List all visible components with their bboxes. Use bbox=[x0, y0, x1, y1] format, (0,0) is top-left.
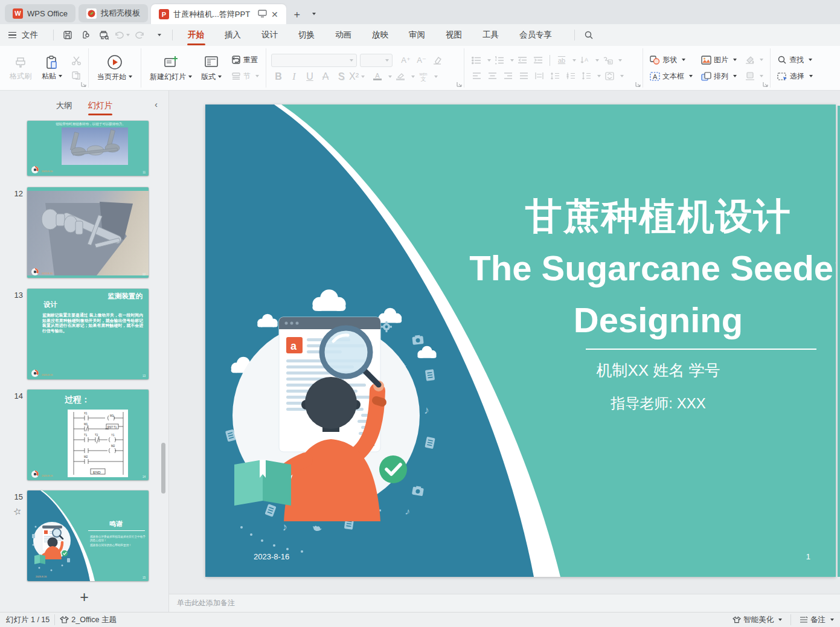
paste-button[interactable]: 粘贴 bbox=[36, 54, 68, 83]
arrange-button[interactable]: 排列 bbox=[699, 69, 739, 83]
thumb11-caption: 链轮带动时用链条转动，以链子可以获得动力。 bbox=[39, 122, 142, 126]
play-from-current-label: 当页开始 bbox=[97, 72, 132, 82]
font-name-select[interactable] bbox=[271, 54, 357, 67]
tab-document-active[interactable]: P 甘蔗种植机...答辩PPT ✕ bbox=[151, 4, 286, 24]
shapes-button[interactable]: 形状 bbox=[648, 53, 694, 66]
customize-toolbar-dropdown-icon[interactable] bbox=[150, 28, 166, 42]
menu-slideshow[interactable]: 放映 bbox=[362, 24, 399, 46]
menu-member[interactable]: 会员专享 bbox=[509, 24, 562, 46]
thumb14-logo-icon bbox=[30, 469, 40, 479]
notes-panel[interactable]: 单击此处添加备注 bbox=[169, 594, 840, 612]
find-button[interactable]: 查找 bbox=[775, 53, 815, 66]
redo-icon bbox=[132, 28, 148, 42]
layout-label: 版式 bbox=[201, 72, 222, 82]
slide-advisor-line[interactable]: 指导老师: XXX bbox=[435, 394, 836, 413]
layout-button[interactable]: 版式 bbox=[196, 53, 227, 83]
increase-font-icon: A⁺ bbox=[399, 54, 413, 66]
slide-thumbnail-15[interactable]: 鸣谢 感谢各位评委老师和指导老师在百忙之中给予的悉心指导！ 感谢各位同学的热心帮… bbox=[27, 490, 149, 581]
beautify-label: 智能美化 bbox=[743, 615, 774, 625]
smart-paragraph-icon bbox=[600, 54, 615, 66]
new-tab-button[interactable]: ＋ bbox=[289, 6, 305, 22]
new-slide-button[interactable]: 新建幻灯片 bbox=[146, 53, 196, 83]
menu-file[interactable]: 文件 bbox=[21, 24, 48, 46]
close-tab-icon[interactable]: ✕ bbox=[271, 10, 278, 19]
menu-transition[interactable]: 切换 bbox=[288, 24, 325, 46]
objects-dialog-launcher-icon[interactable] bbox=[763, 82, 768, 87]
paragraph-dialog-launcher-icon[interactable] bbox=[635, 82, 641, 87]
present-mode-icon[interactable] bbox=[258, 10, 267, 19]
svg-text:M2: M2 bbox=[111, 445, 115, 448]
thumb13-date: 2023-8-16 bbox=[42, 373, 53, 376]
title-underline bbox=[586, 349, 816, 350]
thumb14-ladder-diagram: END X1 M1 T1 M2 T2 M1 RST T1 Y1 M2 bbox=[68, 410, 128, 477]
collapse-panel-icon[interactable]: ‹ bbox=[155, 99, 158, 109]
slide-thumbnail-13[interactable]: 监测装置的 设计 监测标记装置主要是通过 装上微动开关，在一段时间内如果没有蔗种… bbox=[27, 289, 149, 379]
tab-slides[interactable]: 幻灯片 bbox=[88, 100, 113, 111]
svg-text:END: END bbox=[93, 471, 101, 474]
menu-tools[interactable]: 工具 bbox=[472, 24, 509, 46]
svg-text:A: A bbox=[585, 57, 588, 63]
slide-thumbnail-11[interactable]: 链轮带动时用链条转动，以链子可以获得动力。 2023-8-16 11 bbox=[27, 121, 149, 176]
save-icon[interactable] bbox=[60, 28, 75, 42]
divider bbox=[53, 30, 54, 40]
superscript-icon: X² bbox=[350, 71, 364, 83]
menu-insert[interactable]: 插入 bbox=[214, 24, 251, 46]
menu-animation[interactable]: 动画 bbox=[325, 24, 362, 46]
wps-presentation-window: W WPS Office 找稻壳模板 P 甘蔗种植机...答辩PPT ✕ ＋ 文… bbox=[0, 0, 840, 627]
clipboard-group: 格式刷 粘贴 bbox=[0, 48, 89, 88]
menu-home[interactable]: 开始 bbox=[178, 24, 214, 46]
thumb13-title-line2: 设计 bbox=[43, 300, 57, 309]
play-from-current-button[interactable]: 当页开始 bbox=[94, 53, 136, 83]
slide-subtitle[interactable]: 机制XX 姓名 学号 bbox=[435, 360, 836, 381]
divider bbox=[54, 614, 55, 625]
window-tab-bar: W WPS Office 找稻壳模板 P 甘蔗种植机...答辩PPT ✕ ＋ bbox=[0, 0, 840, 24]
search-icon[interactable] bbox=[581, 28, 597, 42]
textbox-label: 文本框 bbox=[662, 71, 684, 82]
svg-text:T2: T2 bbox=[95, 434, 98, 437]
picture-button[interactable]: 图片 bbox=[699, 53, 739, 66]
font-dialog-launcher-icon[interactable] bbox=[457, 82, 462, 87]
theme-label: 2_Office 主题 bbox=[71, 615, 117, 625]
clipboard-dialog-launcher-icon[interactable] bbox=[81, 82, 86, 87]
menu-design[interactable]: 设计 bbox=[251, 24, 288, 46]
slide-thumbnail-14[interactable]: 过程： END X1 M1 T1 M2 T2 M1 R bbox=[27, 390, 149, 480]
svg-text:a: a bbox=[290, 340, 297, 352]
slide-counter: 幻灯片 1 / 15 bbox=[6, 615, 50, 625]
slides-group: 新建幻灯片 版式 重置 节 bbox=[141, 48, 266, 88]
favorite-star-icon[interactable]: ☆ bbox=[12, 506, 22, 518]
smart-beautify-button[interactable]: 智能美化 bbox=[733, 615, 782, 625]
print-preview-icon[interactable] bbox=[96, 28, 112, 42]
reset-button[interactable]: 重置 bbox=[229, 53, 261, 66]
char-spacing-icon: ab bbox=[554, 54, 569, 66]
tab-template-store[interactable]: 找稻壳模板 bbox=[79, 4, 148, 22]
svg-text:RST T1: RST T1 bbox=[107, 426, 117, 429]
editing-canvas[interactable]: ♪ ♪ ♪ ⋖ a bbox=[169, 91, 840, 594]
svg-text:X1: X1 bbox=[84, 412, 88, 415]
slide-title-english-line1: The Sugarcane Seeder bbox=[435, 247, 836, 289]
notes-toggle-button[interactable]: 备注 bbox=[800, 615, 834, 625]
slide-1-editing-area[interactable]: ♪ ♪ ♪ ⋖ a bbox=[205, 104, 836, 577]
menu-review[interactable]: 审阅 bbox=[399, 24, 435, 46]
sidebar-scrollbar-thumb[interactable] bbox=[161, 443, 165, 494]
thumb15-title-underline bbox=[88, 530, 145, 531]
tab-list-dropdown-icon[interactable] bbox=[305, 6, 321, 22]
slide-title-block[interactable]: 甘蔗种植机设计 The Sugarcane Seeder Designing bbox=[435, 195, 836, 341]
tab-wps-office[interactable]: W WPS Office bbox=[5, 4, 75, 22]
new-slide-label: 新建幻灯片 bbox=[150, 72, 192, 82]
bold-icon: B bbox=[271, 71, 286, 83]
slide-thumbnail-12[interactable]: 2023-8-16 12 bbox=[27, 187, 149, 278]
tab-outline[interactable]: 大纲 bbox=[56, 100, 72, 111]
menu-view[interactable]: 视图 bbox=[435, 24, 472, 46]
thumb14-title: 过程： bbox=[65, 394, 90, 405]
decrease-font-icon: A⁻ bbox=[414, 54, 429, 66]
font-size-select[interactable] bbox=[360, 54, 393, 67]
text-shadow-icon: S bbox=[334, 71, 348, 83]
output-pdf-icon[interactable] bbox=[78, 28, 94, 42]
thumb14-date: 2023-8-16 bbox=[42, 474, 53, 477]
theme-button[interactable]: 2_Office 主题 bbox=[60, 615, 117, 625]
add-slide-button[interactable]: + bbox=[80, 590, 89, 605]
main-menu-icon[interactable] bbox=[8, 32, 16, 39]
textbox-button[interactable]: A 文本框 bbox=[648, 69, 694, 83]
select-button[interactable]: 选择 bbox=[775, 69, 815, 83]
thumb12-logo-icon bbox=[30, 267, 40, 277]
